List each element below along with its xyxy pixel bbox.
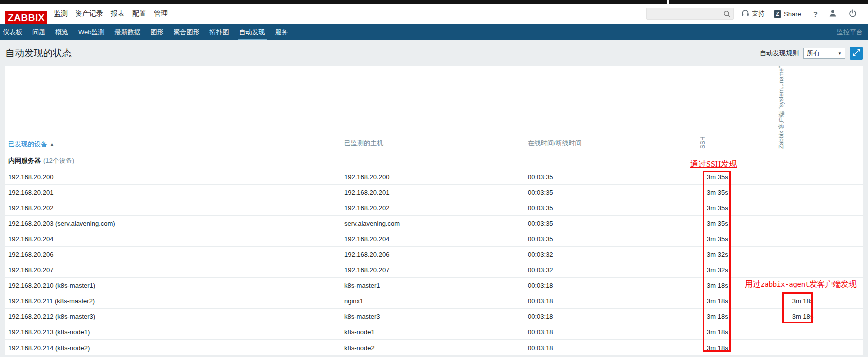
cell-monitored-host: k8s-node1 [344, 328, 375, 336]
sub-navigation: 仪表板问题概览Web监测最新数据图形聚合图形拓扑图自动发现服务 监控平台 [0, 24, 868, 40]
headset-icon [741, 10, 749, 18]
platform-label: 监控平台 [837, 24, 868, 40]
cell-device: 192.168.20.201 [8, 189, 53, 196]
cell-monitored-host: serv.alavening.com [344, 220, 400, 228]
cell-uptime: 00:03:18 [528, 282, 553, 290]
filter-controls: 自动发现规则 所有 ▼ [760, 47, 863, 60]
top-bar: ZABBIX 监测资产记录报表配置管理 支持 Z Share ? [0, 4, 868, 24]
subnav-item[interactable]: Web监测 [73, 24, 110, 40]
table-row: 192.168.20.212 (k8s-master3)k8s-master30… [5, 309, 863, 324]
annotation-box-agent-values [782, 292, 813, 324]
browser-top-strip-notch [667, 0, 669, 4]
annotation-agent-note-prefix: 用过 [745, 280, 760, 288]
zabbix-share-icon: Z [774, 10, 781, 18]
subnav-item[interactable]: 图形 [146, 24, 169, 40]
cell-monitored-host: k8s-master1 [344, 282, 380, 290]
device-group-count: (12个设备) [43, 156, 74, 166]
annotation-ssh-note-text: 通过SSH发现 [690, 160, 737, 168]
share-label: Share [784, 10, 801, 18]
fullscreen-button[interactable] [850, 47, 863, 60]
subnav-item[interactable]: 仪表板 [0, 24, 27, 40]
table-row: 192.168.20.206192.168.20.20600:03:323m 3… [5, 247, 863, 262]
main-menu-item[interactable]: 管理 [154, 10, 168, 18]
subnav-item[interactable]: 最新数据 [110, 24, 146, 40]
discovery-rule-label: 自动发现规则 [760, 49, 799, 58]
annotation-agent-note: 用过zabbix-agent发客户端发现 [745, 280, 856, 290]
cell-device: 192.168.20.204 [8, 236, 53, 243]
cell-uptime: 00:03:32 [528, 266, 553, 274]
cell-monitored-host: 192.168.20.202 [344, 204, 389, 212]
annotation-ssh-note: 通过SSH发现 [690, 160, 737, 170]
table-row: 192.168.20.202192.168.20.20200:03:353m 3… [5, 200, 863, 216]
table-row: 192.168.20.211 (k8s-master2)nginx100:03:… [5, 294, 863, 309]
main-menu-item[interactable]: 报表 [111, 10, 125, 18]
column-header-zabbix-agent: Zabbix 客户端 "system.uname" [778, 66, 785, 149]
main-menu-item[interactable]: 监测 [54, 10, 68, 18]
column-header-monitored-host: 已监测的主机 [344, 139, 383, 148]
device-group-name: 内网服务器 [8, 156, 41, 166]
cell-device: 192.168.20.214 (k8s-node2) [8, 344, 90, 352]
subnav-item[interactable]: 拓扑图 [205, 24, 234, 40]
cell-device: 192.168.20.212 (k8s-master3) [8, 313, 95, 320]
subnav-item[interactable]: 自动发现 [234, 24, 270, 40]
power-icon [849, 10, 857, 19]
subnav-item[interactable]: 聚合图形 [169, 24, 205, 40]
main-menu: 监测资产记录报表配置管理 [54, 4, 168, 24]
column-header-uptime-downtime: 在线时间/断线时间 [528, 139, 582, 148]
cell-uptime: 00:03:18 [528, 328, 553, 336]
main-menu-item[interactable]: 配置 [132, 10, 146, 18]
cell-device: 192.168.20.210 (k8s-master1) [8, 282, 95, 290]
cell-device: 192.168.20.200 [8, 174, 53, 181]
cell-device: 192.168.20.213 (k8s-node1) [8, 328, 90, 336]
cell-device: 192.168.20.207 [8, 266, 53, 274]
cell-monitored-host: 192.168.20.200 [344, 174, 389, 181]
help-button[interactable]: ? [813, 10, 818, 18]
cell-uptime: 00:03:35 [528, 204, 553, 212]
search-box [646, 8, 734, 20]
cell-device: 192.168.20.202 [8, 204, 53, 212]
table-row: 192.168.20.201192.168.20.20100:03:353m 3… [5, 185, 863, 200]
cell-uptime: 00:03:35 [528, 174, 553, 181]
table-row: 192.168.20.207192.168.20.20700:03:323m 3… [5, 262, 863, 278]
table-row: 192.168.20.213 (k8s-node1)k8s-node100:03… [5, 324, 863, 340]
cell-monitored-host: 192.168.20.201 [344, 189, 389, 196]
cell-monitored-host: 192.168.20.204 [344, 236, 389, 243]
cell-uptime: 00:03:18 [528, 344, 553, 352]
subnav-item[interactable]: 问题 [27, 24, 50, 40]
column-header-ssh: SSH [699, 136, 707, 149]
subnav-item[interactable]: 概览 [50, 24, 73, 40]
top-bar-right: 支持 Z Share ? [646, 4, 857, 24]
table-row: 192.168.20.203 (serv.alavening.com)serv.… [5, 216, 863, 232]
column-header-discovered-device[interactable]: 已发现的设备 ▲ [8, 140, 54, 149]
column-header-device-label: 已发现的设备 [8, 140, 47, 149]
zabbix-logo[interactable]: ZABBIX [5, 12, 47, 24]
user-icon [829, 10, 837, 19]
title-row: 自动发现的状态 自动发现规则 所有 ▼ [0, 40, 868, 66]
browser-top-strip [0, 0, 868, 4]
annotation-box-ssh-column [703, 171, 731, 352]
support-link[interactable]: 支持 [741, 10, 765, 18]
cell-monitored-host: 192.168.20.206 [344, 251, 389, 258]
subnav-item[interactable]: 服务 [270, 24, 293, 40]
cell-uptime: 00:03:18 [528, 313, 553, 320]
sort-asc-icon: ▲ [50, 142, 54, 147]
profile-button[interactable] [829, 10, 837, 19]
help-icon: ? [813, 10, 818, 18]
share-link[interactable]: Z Share [774, 10, 801, 18]
cell-uptime: 00:03:32 [528, 251, 553, 258]
cell-uptime: 00:03:18 [528, 298, 553, 305]
cell-uptime: 00:03:35 [528, 236, 553, 243]
logout-button[interactable] [849, 10, 857, 19]
search-icon[interactable] [723, 10, 731, 20]
cell-uptime: 00:03:35 [528, 189, 553, 196]
search-input[interactable] [647, 8, 722, 20]
page-title: 自动发现的状态 [5, 47, 72, 60]
main-menu-item[interactable]: 资产记录 [75, 10, 103, 18]
annotation-agent-note-suffix: 发客户端发现 [809, 280, 856, 288]
table-row: 192.168.20.204192.168.20.20400:03:353m 3… [5, 232, 863, 247]
cell-device: 192.168.20.206 [8, 251, 53, 258]
zabbix-discovery-status-screen: ZABBIX 监测资产记录报表配置管理 支持 Z Share ? [0, 0, 868, 357]
discovery-rule-select[interactable]: 所有 ▼ [803, 48, 845, 59]
discovery-rule-value: 所有 [807, 49, 820, 58]
expand-icon [853, 49, 860, 58]
